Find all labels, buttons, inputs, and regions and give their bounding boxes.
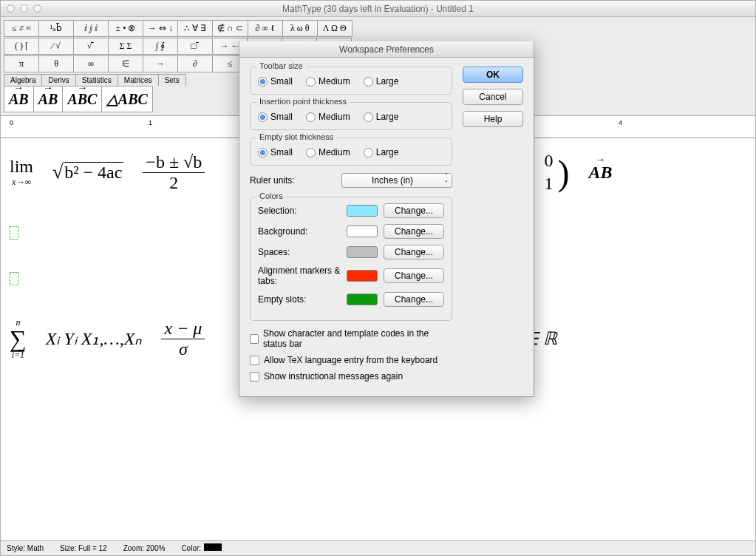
toolbar-cell[interactable]: □ ̄ — [177, 38, 213, 55]
symbol-cell[interactable]: AB — [4, 86, 34, 112]
toolbar-cell[interactable]: Λ Ω Θ — [317, 20, 353, 37]
empty-slot-icon[interactable] — [10, 226, 18, 240]
toolbar-cell[interactable]: Σ Σ — [108, 38, 143, 55]
radio-icon[interactable] — [258, 77, 268, 87]
checkbox-icon[interactable] — [250, 334, 259, 344]
toolbar-cell[interactable]: λ ω θ — [282, 20, 318, 37]
colors-group-label: Colors — [256, 191, 286, 200]
window-title: MathType (30 days left in Evaluation) - … — [1, 4, 755, 14]
change-button[interactable]: Change... — [384, 292, 444, 307]
checkbox-label: Show instructional messages again — [264, 371, 403, 382]
color-swatch-icon[interactable] — [347, 205, 378, 217]
ok-button[interactable]: OK — [463, 67, 523, 83]
toolbar_size-group: Toolbar sizeSmallMediumLarge — [250, 67, 452, 95]
color-swatch-icon[interactable] — [347, 246, 378, 258]
toolbar-cell[interactable]: ∴ ∀ ∃ — [177, 20, 213, 37]
toolbar-cell[interactable]: √ ̄ — [73, 38, 109, 55]
radio-icon[interactable] — [306, 112, 316, 122]
radio-small[interactable]: Small — [258, 76, 293, 87]
radio-label: Small — [270, 112, 293, 122]
toolbar-cell[interactable]: ∂ — [177, 55, 213, 72]
help-button[interactable]: Help — [463, 111, 523, 127]
radio-large[interactable]: Large — [364, 147, 399, 157]
group-label: Empty slot thickness — [256, 132, 336, 141]
radio-icon[interactable] — [364, 148, 373, 157]
cancel-button[interactable]: Cancel — [463, 89, 523, 105]
checkbox-label: Allow TeX language entry from the keyboa… — [264, 355, 437, 365]
toolbar-cell[interactable]: ∂ ∞ ℓ — [248, 20, 283, 37]
radio-label: Medium — [319, 76, 350, 87]
ruler-mark: 1 — [149, 119, 152, 126]
radio-icon[interactable] — [258, 148, 268, 157]
color-swatch-icon[interactable] — [347, 270, 378, 282]
toolbar-cell[interactable]: ∉ ∩ ⊂ — [212, 20, 248, 37]
checkbox-row[interactable]: Allow TeX language entry from the keyboa… — [250, 355, 452, 365]
ruler-mark: 0 — [10, 119, 13, 126]
symbol-cell[interactable]: ABC — [62, 86, 102, 112]
radio-icon[interactable] — [364, 112, 373, 122]
radio-icon[interactable] — [306, 148, 316, 157]
color-label: Spaces: — [258, 247, 347, 257]
color-swatch-icon[interactable] — [347, 226, 378, 237]
change-button[interactable]: Change... — [384, 268, 444, 283]
radio-label: Small — [270, 147, 293, 157]
toolbar-cell[interactable]: ± • ⊗ — [108, 20, 143, 37]
radio-label: Large — [376, 112, 399, 122]
radio-small[interactable]: Small — [258, 147, 293, 157]
radio-large[interactable]: Large — [364, 112, 399, 122]
sum-body: Xᵢ Yᵢ X₁,…,Xₙ — [46, 328, 143, 349]
tab-sets[interactable]: Sets — [158, 74, 186, 86]
change-button[interactable]: Change... — [384, 245, 444, 260]
radio-medium[interactable]: Medium — [306, 76, 350, 87]
checkbox-label: Show character and template codes in the… — [263, 328, 452, 349]
radio-large[interactable]: Large — [364, 76, 399, 87]
symbol-cell[interactable]: △ABC — [101, 86, 152, 112]
colors-group: Colors Selection:Change...Background:Cha… — [250, 197, 452, 321]
empty-slot-icon[interactable] — [10, 272, 18, 285]
sqrt-expression: b² − 4ac — [52, 161, 123, 183]
radio-medium[interactable]: Medium — [306, 112, 350, 122]
toolbar-cell[interactable]: ⁄ √ — [38, 38, 74, 55]
color-row: Spaces:Change... — [258, 245, 444, 260]
ruler-units-label: Ruler units: — [250, 175, 295, 186]
checkbox-icon[interactable] — [250, 372, 259, 382]
toolbar-cell[interactable]: π — [4, 55, 39, 72]
insertion-group: Insertion point thicknessSmallMediumLarg… — [250, 102, 452, 130]
radio-label: Medium — [319, 147, 350, 157]
summation: n ∑ i=1 — [10, 318, 27, 359]
toolbar-cell[interactable]: → ⇔ ↓ — [143, 20, 178, 37]
checkbox-icon[interactable] — [250, 356, 259, 365]
radio-label: Large — [376, 76, 399, 87]
radio-medium[interactable]: Medium — [306, 147, 350, 157]
radio-small[interactable]: Small — [258, 112, 293, 122]
toolbar-cell[interactable]: ∫ ∮ — [143, 38, 178, 55]
toolbar-cell[interactable]: θ — [38, 55, 74, 72]
color-row: Empty slots:Change... — [258, 292, 444, 307]
radio-label: Large — [376, 147, 399, 157]
dialog-title: Workspace Preferences — [239, 41, 534, 58]
toolbar-cell[interactable]: ∞ — [73, 55, 109, 72]
fraction: −b ± √b 2 — [143, 152, 205, 193]
checkbox-row[interactable]: Show character and template codes in the… — [250, 328, 452, 349]
symbol-cell[interactable]: AB — [33, 86, 64, 112]
radio-icon[interactable] — [364, 77, 373, 87]
color-swatch-icon[interactable] — [204, 543, 222, 551]
ruler-units-dropdown[interactable]: Inches (in) — [341, 173, 452, 188]
tab-matrices[interactable]: Matrices — [118, 74, 159, 86]
toolbar-cell[interactable]: ¹ₐb̄ — [38, 20, 74, 37]
radio-icon[interactable] — [306, 77, 316, 87]
color-row: Selection:Change... — [258, 203, 444, 218]
toolbar-cell[interactable]: → — [143, 55, 178, 72]
toolbar-cell[interactable]: ( ) [ — [4, 38, 39, 55]
toolbar-cell[interactable]: ≤ ≠ ≈ — [4, 20, 39, 37]
radio-icon[interactable] — [258, 112, 268, 122]
radio-label: Small — [270, 76, 293, 87]
change-button[interactable]: Change... — [384, 203, 444, 218]
checkbox-row[interactable]: Show instructional messages again — [250, 371, 452, 382]
change-button[interactable]: Change... — [384, 224, 444, 239]
color-swatch-icon[interactable] — [347, 294, 378, 305]
toolbar-cell[interactable]: ⅈ ⅉ ⅈ — [73, 20, 109, 37]
ruler-mark: 4 — [619, 119, 622, 126]
group-label: Insertion point thickness — [256, 97, 350, 106]
toolbar-cell[interactable]: ∈ — [108, 55, 143, 72]
